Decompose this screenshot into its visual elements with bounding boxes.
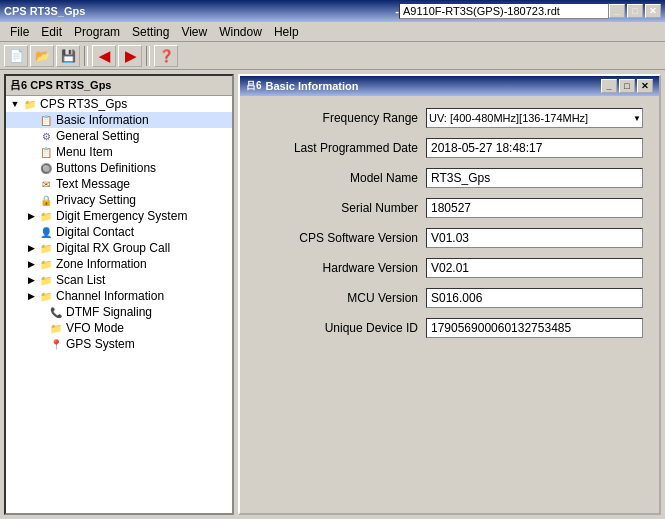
main-area: 吕6 CPS RT3S_Gps ▼ 📁 CPS RT3S_Gps 📋 Basic… — [0, 70, 665, 519]
tree-panel: 吕6 CPS RT3S_Gps ▼ 📁 CPS RT3S_Gps 📋 Basic… — [4, 74, 234, 515]
tree-title-icon: 吕6 — [10, 79, 27, 91]
menu-setting[interactable]: Setting — [126, 23, 175, 41]
save-button[interactable]: 💾 — [56, 45, 80, 67]
label-model-name: Model Name — [256, 171, 426, 185]
tree-item-vfo-mode[interactable]: 📁 VFO Mode — [6, 320, 232, 336]
toggle-root[interactable]: ▼ — [8, 99, 22, 109]
menu-window[interactable]: Window — [213, 23, 268, 41]
app-name-label: CPS RT3S_Gps — [4, 5, 395, 17]
minimize-button[interactable]: _ — [609, 4, 625, 18]
toggle-scan[interactable]: ▶ — [24, 275, 38, 285]
value-unique-device-id: 179056900060132753485 — [426, 318, 643, 338]
folder-icon-digit: 📁 — [38, 209, 54, 223]
folder-icon-scan: 📁 — [38, 273, 54, 287]
value-mcu-version: S016.006 — [426, 288, 643, 308]
info-close-btn[interactable]: ✕ — [637, 79, 653, 93]
msg-icon-text: ✉ — [38, 177, 54, 191]
forward-button[interactable]: ▶ — [118, 45, 142, 67]
close-button[interactable]: ✕ — [645, 4, 661, 18]
tree-item-zone-info[interactable]: ▶ 📁 Zone Information — [6, 256, 232, 272]
tree-item-channel-info[interactable]: ▶ 📁 Channel Information — [6, 288, 232, 304]
info-title-icon: 吕6 — [246, 79, 262, 93]
open-button[interactable]: 📂 — [30, 45, 54, 67]
maximize-button[interactable]: □ — [627, 4, 643, 18]
tree-item-root[interactable]: ▼ 📁 CPS RT3S_Gps — [6, 96, 232, 112]
tree-label-zone-info: Zone Information — [56, 257, 147, 271]
gear-icon-menu: 📋 — [38, 145, 54, 159]
tree-item-buttons-def[interactable]: 🔘 Buttons Definitions — [6, 160, 232, 176]
tree-title: 吕6 CPS RT3S_Gps — [6, 76, 232, 96]
menu-view[interactable]: View — [175, 23, 213, 41]
tree-label-menu-item: Menu Item — [56, 145, 113, 159]
menu-edit[interactable]: Edit — [35, 23, 68, 41]
tree-label-digital-contact: Digital Contact — [56, 225, 134, 239]
new-button[interactable]: 📄 — [4, 45, 28, 67]
info-title-bar: 吕6 Basic Information _ □ ✕ — [240, 76, 659, 96]
gear-icon-buttons: 🔘 — [38, 161, 54, 175]
filename-input[interactable] — [399, 3, 609, 19]
menu-file[interactable]: File — [4, 23, 35, 41]
value-model-name: RT3S_Gps — [426, 168, 643, 188]
doc-icon-basic: 📋 — [38, 113, 54, 127]
folder-icon-zone: 📁 — [38, 257, 54, 271]
row-serial-number: Serial Number 180527 — [256, 198, 643, 218]
tree-label-dtmf: DTMF Signaling — [66, 305, 152, 319]
value-cps-software: V01.03 — [426, 228, 643, 248]
toolbar-separator-1 — [84, 46, 88, 66]
tree-item-basic-info[interactable]: 📋 Basic Information — [6, 112, 232, 128]
toggle-channel[interactable]: ▶ — [24, 291, 38, 301]
help-button[interactable]: ❓ — [154, 45, 178, 67]
menu-program[interactable]: Program — [68, 23, 126, 41]
info-content: Frequency Range UV: [400-480MHz][136-174… — [240, 96, 659, 513]
tree-item-digital-rx[interactable]: ▶ 📁 Digital RX Group Call — [6, 240, 232, 256]
select-frequency-range[interactable]: UV: [400-480MHz][136-174MHz] VHF: [136-1… — [426, 108, 643, 128]
info-maximize-btn[interactable]: □ — [619, 79, 635, 93]
tree-label-root: CPS RT3S_Gps — [40, 97, 127, 111]
info-minimize-btn[interactable]: _ — [601, 79, 617, 93]
tree-label-vfo-mode: VFO Mode — [66, 321, 124, 335]
folder-icon-channel: 📁 — [38, 289, 54, 303]
tree-item-menu-item[interactable]: 📋 Menu Item — [6, 144, 232, 160]
tree-label-buttons-def: Buttons Definitions — [56, 161, 156, 175]
tree-item-digital-contact[interactable]: 👤 Digital Contact — [6, 224, 232, 240]
label-serial-number: Serial Number — [256, 201, 426, 215]
row-cps-software: CPS Software Version V01.03 — [256, 228, 643, 248]
tree-label-scan-list: Scan List — [56, 273, 105, 287]
tree-label-channel-info: Channel Information — [56, 289, 164, 303]
tree-item-privacy[interactable]: 🔒 Privacy Setting — [6, 192, 232, 208]
label-mcu-version: MCU Version — [256, 291, 426, 305]
tree-label-digit: Digit Emergency System — [56, 209, 187, 223]
tree-item-gps-system[interactable]: 📍 GPS System — [6, 336, 232, 352]
row-unique-device-id: Unique Device ID 179056900060132753485 — [256, 318, 643, 338]
menu-help[interactable]: Help — [268, 23, 305, 41]
row-mcu-version: MCU Version S016.006 — [256, 288, 643, 308]
toggle-digit[interactable]: ▶ — [24, 211, 38, 221]
toggle-digital-rx[interactable]: ▶ — [24, 243, 38, 253]
toolbar-separator-2 — [146, 46, 150, 66]
row-model-name: Model Name RT3S_Gps — [256, 168, 643, 188]
vfo-icon: 📁 — [48, 321, 64, 335]
tree-item-dtmf[interactable]: 📞 DTMF Signaling — [6, 304, 232, 320]
row-hardware-version: Hardware Version V02.01 — [256, 258, 643, 278]
toggle-zone[interactable]: ▶ — [24, 259, 38, 269]
tree-item-general-setting[interactable]: ⚙ General Setting — [6, 128, 232, 144]
tree-item-text-message[interactable]: ✉ Text Message — [6, 176, 232, 192]
label-frequency-range: Frequency Range — [256, 111, 426, 125]
gps-icon: 📍 — [48, 337, 64, 351]
value-hardware-version: V02.01 — [426, 258, 643, 278]
back-button[interactable]: ◀ — [92, 45, 116, 67]
info-panel: 吕6 Basic Information _ □ ✕ Frequency Ran… — [238, 74, 661, 515]
folder-icon-rx: 📁 — [38, 241, 54, 255]
tree-label-gps-system: GPS System — [66, 337, 135, 351]
contact-icon: 👤 — [38, 225, 54, 239]
dropdown-frequency-range[interactable]: UV: [400-480MHz][136-174MHz] VHF: [136-1… — [426, 108, 643, 128]
dtmf-icon: 📞 — [48, 305, 64, 319]
menu-bar: File Edit Program Setting View Window He… — [0, 22, 665, 42]
folder-icon-root: 📁 — [22, 97, 38, 111]
label-cps-software: CPS Software Version — [256, 231, 426, 245]
tree-item-scan-list[interactable]: ▶ 📁 Scan List — [6, 272, 232, 288]
gear-icon-general: ⚙ — [38, 129, 54, 143]
label-hardware-version: Hardware Version — [256, 261, 426, 275]
tree-title-text: CPS RT3S_Gps — [30, 79, 111, 91]
tree-item-digit-emergency[interactable]: ▶ 📁 Digit Emergency System — [6, 208, 232, 224]
